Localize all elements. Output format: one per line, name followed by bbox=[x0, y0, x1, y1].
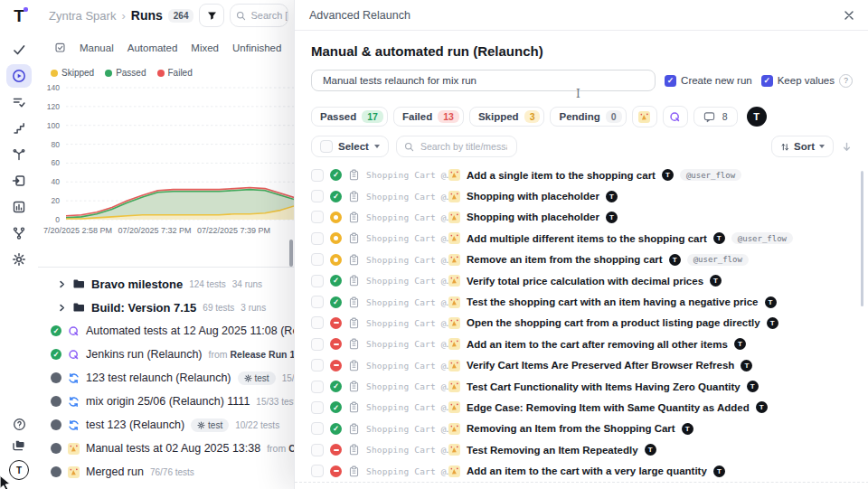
test-status-passed-icon bbox=[330, 423, 342, 435]
sidebar-item-test-cases[interactable] bbox=[6, 90, 32, 114]
test-title[interactable]: Add a single item to the shopping cart bbox=[467, 170, 656, 181]
projects-folder-icon[interactable] bbox=[12, 438, 26, 453]
test-row[interactable]: Shopping Cart @…Verify total price calcu… bbox=[311, 270, 853, 291]
app-logo[interactable]: T bbox=[14, 7, 24, 25]
tab-mixed[interactable]: Mixed bbox=[191, 42, 219, 53]
sidebar-item-settings[interactable] bbox=[6, 248, 32, 271]
filter-button[interactable] bbox=[199, 4, 224, 27]
test-checkbox[interactable] bbox=[311, 422, 324, 435]
test-row[interactable]: Shopping Cart @…Test Removing an Item Re… bbox=[311, 439, 853, 460]
tab-automated[interactable]: Automated bbox=[127, 42, 178, 53]
test-checkbox[interactable] bbox=[311, 316, 324, 329]
test-checkbox[interactable] bbox=[311, 401, 324, 414]
test-title[interactable]: Open the shopping cart from a product li… bbox=[467, 317, 760, 328]
run-name-input[interactable] bbox=[311, 70, 656, 91]
test-title[interactable]: Verify total price calculation with deci… bbox=[467, 276, 703, 287]
test-row[interactable]: Shopping Cart @…Test Cart Functionality … bbox=[311, 376, 853, 397]
test-title[interactable]: Shopping with placeholder bbox=[467, 212, 599, 222]
help-icon[interactable] bbox=[13, 418, 26, 431]
test-title[interactable]: Test Removing an Item Repeatedly bbox=[467, 445, 638, 456]
modal-body: Manual & automated run (Relaunch) ✓ Crea… bbox=[295, 31, 868, 482]
manual-filter-chip[interactable] bbox=[632, 106, 657, 127]
test-title[interactable]: Test the shopping cart with an item havi… bbox=[467, 296, 759, 307]
test-checkbox[interactable] bbox=[311, 444, 324, 456]
help-icon[interactable]: ? bbox=[839, 74, 853, 88]
tests-search-input[interactable] bbox=[419, 140, 509, 153]
test-title[interactable]: Remove an item from the shopping cart bbox=[467, 254, 663, 265]
test-checkbox[interactable] bbox=[311, 275, 324, 287]
assignee-avatar-chip[interactable]: T bbox=[747, 107, 767, 127]
filter-chip-pending[interactable]: Pending0 bbox=[550, 107, 626, 127]
runs-search-input[interactable]: Search [C bbox=[230, 4, 288, 27]
sidebar-item-steps[interactable] bbox=[6, 117, 32, 140]
test-row[interactable]: Shopping Cart @…Add a single item to the… bbox=[311, 165, 853, 185]
test-title[interactable]: Verify Cart Items Are Preserved After Br… bbox=[467, 360, 734, 371]
breadcrumb-project[interactable]: Zyntra Spark bbox=[49, 9, 116, 23]
run-row[interactable]: 123 test relaunch (Relaunch)test15/23 te… bbox=[38, 366, 294, 390]
run-folder-row[interactable]: Build: Version 7.1569 tests3 runs bbox=[38, 296, 294, 319]
test-row[interactable]: Shopping Cart @…Shopping with placeholde… bbox=[311, 207, 853, 228]
test-checkbox[interactable] bbox=[311, 338, 324, 351]
test-checkbox[interactable] bbox=[311, 296, 324, 308]
test-checkbox[interactable] bbox=[311, 465, 324, 477]
sort-direction-icon[interactable] bbox=[841, 141, 853, 153]
test-row[interactable]: Shopping Cart @…Add an item to the cart … bbox=[311, 334, 853, 354]
test-row[interactable]: Shopping Cart @…Test the shopping cart w… bbox=[311, 291, 853, 312]
test-checkbox[interactable] bbox=[311, 232, 324, 245]
test-checkbox[interactable] bbox=[311, 253, 324, 266]
runs-panel-scrollbar[interactable] bbox=[289, 240, 293, 267]
test-checkbox[interactable] bbox=[311, 169, 324, 182]
filter-chip-skipped[interactable]: Skipped3 bbox=[469, 107, 545, 127]
close-icon[interactable] bbox=[844, 10, 854, 21]
comments-filter-chip[interactable]: 8 bbox=[693, 107, 738, 127]
sidebar-item-import[interactable] bbox=[6, 169, 32, 193]
test-row[interactable]: Shopping Cart @…Verify Cart Items Are Pr… bbox=[311, 355, 853, 376]
run-folder-row[interactable]: Bravo milestone124 tests34 runs bbox=[38, 272, 294, 296]
test-row[interactable]: Shopping Cart @…Add multiple different i… bbox=[311, 228, 853, 249]
tab-unfinished[interactable]: Unfinished bbox=[232, 42, 281, 53]
select-dropdown[interactable]: Select bbox=[311, 136, 389, 157]
sidebar-item-checks[interactable] bbox=[6, 38, 32, 61]
run-row[interactable]: Automated tests at 12 Aug 2025 11:08 (Re… bbox=[38, 319, 294, 343]
tests-scrollbar[interactable] bbox=[861, 171, 864, 306]
test-title[interactable]: Add an item to the cart with a very larg… bbox=[467, 465, 707, 476]
sort-dropdown[interactable]: Sort bbox=[771, 136, 834, 157]
test-title[interactable]: Edge Case: Removing Item with Same Quant… bbox=[467, 402, 750, 413]
run-row[interactable]: Merged run76/76 tests bbox=[38, 460, 294, 484]
run-row[interactable]: mix origin 25/06 (Relaunch) 111115/33 te… bbox=[38, 390, 294, 413]
run-row[interactable]: test 123 (Relaunch)test10/22 tests bbox=[38, 413, 294, 437]
tab-manual[interactable]: Manual bbox=[80, 42, 114, 53]
sidebar-item-runs[interactable] bbox=[6, 64, 32, 88]
filter-chip-failed[interactable]: Failed13 bbox=[393, 107, 464, 127]
sidebar-item-plans[interactable] bbox=[6, 143, 32, 166]
run-row[interactable]: Jenkins run (Relaunch)from Release Run 1… bbox=[38, 343, 294, 366]
test-row[interactable]: Shopping Cart @…Shopping with placeholde… bbox=[311, 185, 853, 206]
test-row[interactable]: Shopping Cart @…Edge Case: Removing Item… bbox=[311, 397, 853, 418]
filter-chip-passed[interactable]: Passed17 bbox=[311, 107, 388, 127]
run-row[interactable]: Manual tests at 02 Aug 2025 13:38from Cu… bbox=[38, 437, 294, 460]
test-title[interactable]: Shopping with placeholder bbox=[467, 191, 599, 202]
edit-square-icon[interactable] bbox=[54, 42, 66, 53]
automated-filter-chip[interactable] bbox=[663, 106, 688, 127]
keep-values-checkbox[interactable]: ✓ Keep values ? bbox=[761, 74, 853, 88]
sidebar-item-reports[interactable] bbox=[6, 195, 32, 219]
breadcrumb-page[interactable]: Runs bbox=[131, 8, 163, 23]
test-row[interactable]: Shopping Cart @…Remove an item from the … bbox=[311, 249, 853, 270]
sidebar-item-branches[interactable] bbox=[6, 221, 32, 245]
create-new-run-checkbox[interactable]: ✓ Create new run bbox=[665, 75, 752, 87]
select-all-checkbox[interactable] bbox=[320, 140, 333, 153]
test-checkbox[interactable] bbox=[311, 359, 324, 371]
test-title[interactable]: Test Cart Functionality with Items Havin… bbox=[467, 381, 741, 392]
test-row[interactable]: Shopping Cart @…Open the shopping cart f… bbox=[311, 313, 853, 334]
test-title[interactable]: Add an item to the cart after removing a… bbox=[467, 339, 728, 350]
run-meta: 3 runs bbox=[241, 303, 266, 313]
test-status-passed-icon bbox=[330, 296, 342, 308]
test-row[interactable]: Shopping Cart @…Removing an Item from th… bbox=[311, 418, 853, 439]
test-title[interactable]: Add multiple different items to the shop… bbox=[467, 233, 707, 244]
test-checkbox[interactable] bbox=[311, 211, 324, 223]
test-row[interactable]: Shopping Cart @…Add an item to the cart … bbox=[311, 460, 853, 481]
tests-search[interactable] bbox=[396, 136, 517, 157]
test-checkbox[interactable] bbox=[311, 381, 324, 393]
test-title[interactable]: Removing an Item from the Shopping Cart bbox=[467, 423, 675, 434]
test-checkbox[interactable] bbox=[311, 190, 324, 202]
